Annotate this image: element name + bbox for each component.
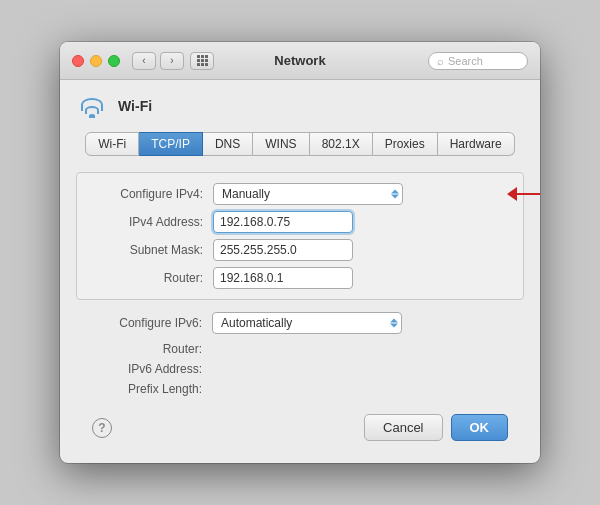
configure-ipv6-wrapper: Automatically Link-local only Manually O… [212, 312, 402, 334]
footer-buttons: Cancel OK [364, 414, 508, 441]
tab-wins[interactable]: WINS [253, 132, 309, 156]
ok-button[interactable]: OK [451, 414, 509, 441]
help-button[interactable]: ? [92, 418, 112, 438]
grid-view-button[interactable] [190, 52, 214, 70]
ipv4-address-row: IPv4 Address: [93, 211, 507, 233]
prefix-length-row: Prefix Length: [92, 382, 508, 396]
tab-dns[interactable]: DNS [203, 132, 253, 156]
configure-ipv4-row: Configure IPv4: Manually Using DHCP Usin… [93, 183, 507, 205]
configure-ipv4-label: Configure IPv4: [93, 187, 203, 201]
tab-proxies[interactable]: Proxies [373, 132, 438, 156]
wifi-icon [76, 92, 108, 120]
back-button[interactable]: ‹ [132, 52, 156, 70]
configure-ipv6-label: Configure IPv6: [92, 316, 202, 330]
subnet-mask-input[interactable] [213, 239, 353, 261]
window-title: Network [274, 53, 325, 68]
ipv4-address-label: IPv4 Address: [93, 215, 203, 229]
configure-ipv4-select[interactable]: Manually Using DHCP Using DHCP with manu… [213, 183, 403, 205]
configure-ipv4-wrapper: Manually Using DHCP Using DHCP with manu… [213, 183, 403, 205]
forward-button[interactable]: › [160, 52, 184, 70]
subnet-mask-row: Subnet Mask: [93, 239, 507, 261]
network-window: ‹ › Network ⌕ Search [60, 42, 540, 463]
minimize-button[interactable] [90, 55, 102, 67]
tabs-bar: Wi-Fi TCP/IP DNS WINS 802.1X Proxies Har… [76, 132, 524, 156]
wifi-header: Wi-Fi [76, 92, 524, 120]
content-area: Wi-Fi Wi-Fi TCP/IP DNS WINS 802.1X Proxi… [60, 80, 540, 463]
router-input[interactable] [213, 267, 353, 289]
ipv4-address-input[interactable] [213, 211, 353, 233]
ipv4-section: Configure IPv4: Manually Using DHCP Usin… [76, 172, 524, 300]
arrow-indicator [508, 187, 540, 201]
router-label: Router: [93, 271, 203, 285]
tab-hardware[interactable]: Hardware [438, 132, 515, 156]
prefix-length-label: Prefix Length: [92, 382, 202, 396]
ipv6-section: Configure IPv6: Automatically Link-local… [76, 312, 524, 396]
subnet-mask-label: Subnet Mask: [93, 243, 203, 257]
ipv6-router-label: Router: [92, 342, 202, 356]
ipv6-router-row: Router: [92, 342, 508, 356]
maximize-button[interactable] [108, 55, 120, 67]
titlebar: ‹ › Network ⌕ Search [60, 42, 540, 80]
search-placeholder: Search [448, 55, 483, 67]
ipv6-address-label: IPv6 Address: [92, 362, 202, 376]
configure-ipv6-row: Configure IPv6: Automatically Link-local… [92, 312, 508, 334]
cancel-button[interactable]: Cancel [364, 414, 442, 441]
footer: ? Cancel OK [76, 404, 524, 451]
tab-tcpip[interactable]: TCP/IP [139, 132, 203, 156]
search-icon: ⌕ [437, 55, 444, 67]
tab-8021x[interactable]: 802.1X [310, 132, 373, 156]
close-button[interactable] [72, 55, 84, 67]
ipv6-address-row: IPv6 Address: [92, 362, 508, 376]
tab-wifi[interactable]: Wi-Fi [85, 132, 139, 156]
traffic-lights [72, 55, 120, 67]
wifi-label: Wi-Fi [118, 98, 152, 114]
router-row: Router: [93, 267, 507, 289]
nav-buttons: ‹ › [132, 52, 184, 70]
configure-ipv6-select[interactable]: Automatically Link-local only Manually O… [212, 312, 402, 334]
search-box[interactable]: ⌕ Search [428, 52, 528, 70]
